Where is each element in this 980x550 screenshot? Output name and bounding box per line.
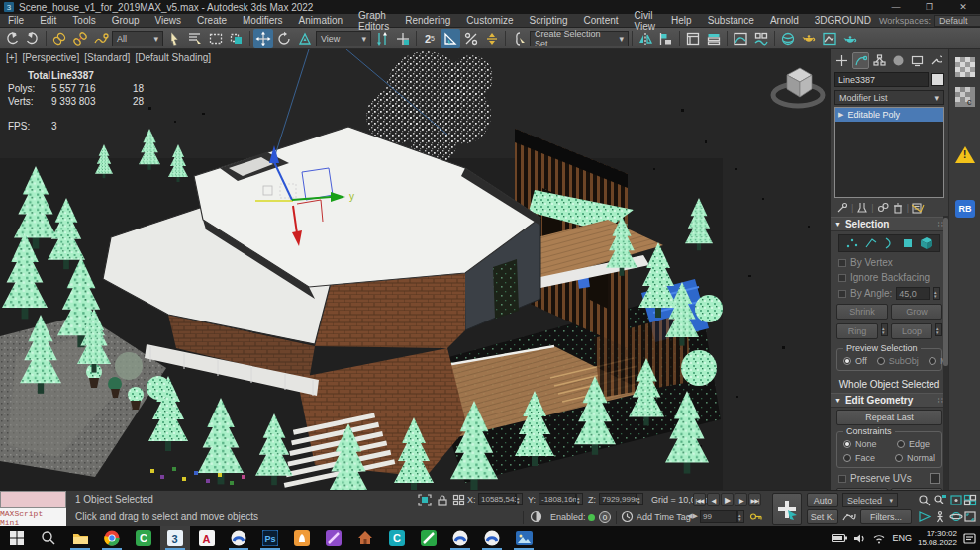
loop-spinner[interactable]: ▴▾	[935, 323, 942, 336]
z-spinner[interactable]: ▴▾	[637, 493, 643, 505]
menu-scripting[interactable]: Scripting	[522, 14, 576, 28]
stack-item-editable-poly[interactable]: ▶ Editable Poly	[835, 108, 943, 122]
menu-graph-editors[interactable]: Graph Editors	[350, 14, 397, 28]
menu-substance[interactable]: Substance	[700, 14, 762, 28]
enabled-count-badge[interactable]: 0	[599, 511, 611, 523]
configure-modifier-sets-icon[interactable]	[912, 202, 925, 214]
taskbar-camtasia[interactable]: C	[129, 526, 158, 550]
preserve-uvs-checkbox[interactable]: Preserve UVs	[831, 471, 948, 486]
object-name-field[interactable]: Line3387	[834, 72, 929, 87]
menu-3dground[interactable]: 3DGROUND	[807, 14, 879, 28]
z-coordinate-field[interactable]: 7929,999m	[599, 493, 637, 505]
taskbar-design-tool[interactable]	[319, 526, 348, 550]
angle-snap-button[interactable]	[441, 29, 460, 48]
zoom-extents-all-button[interactable]	[961, 493, 978, 507]
isolate-selection-button[interactable]	[418, 494, 432, 506]
menu-arnold[interactable]: Arnold	[762, 14, 807, 28]
curve-editor-button[interactable]	[731, 29, 750, 48]
pin-stack-icon[interactable]	[836, 202, 848, 214]
selection-rollout-header[interactable]: ▼ Selection ⁞⁞	[831, 217, 948, 231]
by-angle-field[interactable]: 45,0	[896, 287, 930, 300]
preview-off-radio[interactable]: Off	[843, 356, 867, 366]
unlink-selection-button[interactable]	[70, 29, 90, 48]
minimize-button[interactable]: —	[879, 0, 913, 14]
frame-spinner[interactable]: ▴▾	[737, 510, 744, 523]
key-filters-button[interactable]: Filters...	[860, 509, 912, 524]
key-filter-selected-dropdown[interactable]: Selected▾	[842, 493, 898, 507]
menu-views[interactable]: Views	[147, 14, 190, 28]
render-production-button[interactable]	[840, 29, 860, 48]
go-to-end-button[interactable]: ▶▶|	[748, 493, 761, 506]
tab-utilities[interactable]	[928, 52, 944, 69]
taskbar-autocad[interactable]: A	[192, 526, 222, 550]
selection-filter-dropdown[interactable]: All▾	[112, 31, 163, 46]
frame-nudge-icons[interactable]: ◀▶	[687, 512, 698, 520]
viewport-settings-icon[interactable]	[530, 510, 542, 523]
select-object-button[interactable]	[164, 29, 184, 48]
polygon-mode-icon[interactable]	[901, 236, 915, 250]
by-angle-spinner[interactable]: ▴▾	[933, 287, 940, 300]
warning-triangle-icon[interactable]	[955, 146, 975, 166]
desktop-thumbnail-icon[interactable]	[955, 57, 975, 77]
walk-through-button[interactable]	[931, 509, 948, 524]
menu-create[interactable]: Create	[189, 14, 235, 28]
percent-snap-button[interactable]	[461, 29, 481, 48]
select-by-name-button[interactable]	[185, 29, 205, 48]
auto-key-button[interactable]: Auto	[807, 493, 838, 507]
zoom-tool-button[interactable]	[916, 493, 932, 507]
edit-named-selection-sets-button[interactable]	[509, 29, 529, 48]
language-indicator[interactable]: ENG	[892, 533, 912, 543]
toggle-ribbon-button[interactable]	[704, 29, 724, 48]
current-frame-field[interactable]: 99	[700, 510, 737, 523]
material-editor-button[interactable]	[778, 29, 798, 48]
select-and-link-button[interactable]	[49, 29, 69, 48]
close-button[interactable]: ✕	[946, 0, 980, 14]
constraint-face-radio[interactable]: Face	[843, 453, 885, 463]
tab-hierarchy[interactable]	[871, 52, 888, 69]
desktop-thumbnail-c-icon[interactable]: c	[955, 87, 975, 107]
shrink-button[interactable]: Shrink	[836, 304, 888, 320]
perspective-viewport[interactable]: y [+] [Perspective] [Standard] [Default …	[0, 49, 830, 490]
select-and-manipulate-button[interactable]	[393, 29, 413, 48]
constraint-normal-radio[interactable]: Normal	[895, 453, 935, 463]
wifi-icon[interactable]	[872, 533, 886, 544]
taskbar-chrome[interactable]	[97, 526, 127, 550]
taskbar-lumion[interactable]	[287, 526, 317, 550]
taskbar-search-button[interactable]	[34, 526, 63, 550]
grow-button[interactable]: Grow	[891, 304, 942, 320]
taskbar-notes-app[interactable]	[414, 526, 443, 550]
set-keys-button[interactable]	[772, 493, 802, 525]
taskbar-photos[interactable]	[509, 526, 539, 550]
rb-badge-icon[interactable]: RB	[955, 200, 975, 220]
play-button[interactable]: ▶	[721, 493, 734, 506]
spinner-snap-button[interactable]	[482, 29, 502, 48]
modifier-list-dropdown[interactable]: Modifier List▾	[834, 90, 944, 105]
taskbar-photoshop[interactable]: Ps	[255, 526, 285, 550]
snap-toggle-button[interactable]: 25	[420, 29, 440, 48]
mirror-button[interactable]	[636, 29, 655, 48]
maxscript-mini-listener[interactable]	[0, 491, 66, 508]
taskbar-archicad-3[interactable]	[477, 526, 507, 550]
workspace-dropdown[interactable]: Default▾	[934, 15, 980, 27]
menu-civil-view[interactable]: Civil View	[627, 14, 664, 28]
start-button[interactable]	[2, 526, 32, 550]
bind-to-space-warp-button[interactable]	[91, 29, 111, 48]
select-and-move-button[interactable]	[253, 29, 273, 48]
viewport-general-menu[interactable]: [+]	[6, 52, 17, 63]
viewport-shading-menu[interactable]: [Default Shading]	[135, 52, 211, 63]
tab-motion[interactable]	[890, 52, 907, 69]
taskbar-archicad-2[interactable]	[445, 526, 475, 550]
element-mode-icon[interactable]	[920, 236, 933, 250]
tab-create[interactable]	[833, 52, 850, 69]
layer-explorer-button[interactable]	[683, 29, 703, 48]
maximize-viewport-toggle[interactable]	[961, 509, 978, 524]
field-of-view-button[interactable]	[916, 509, 932, 524]
add-time-tag[interactable]: Add Time Tag	[637, 512, 691, 522]
show-end-result-icon[interactable]	[856, 202, 868, 214]
preview-subobj-radio[interactable]: SubObj	[877, 356, 919, 366]
edit-geometry-rollout-header[interactable]: ▼ Edit Geometry ⁞⁞	[831, 393, 948, 408]
menu-edit[interactable]: Edit	[32, 14, 64, 28]
tab-modify[interactable]	[852, 52, 869, 69]
rectangular-selection-region-button[interactable]	[206, 29, 226, 48]
schematic-view-button[interactable]	[751, 29, 771, 48]
